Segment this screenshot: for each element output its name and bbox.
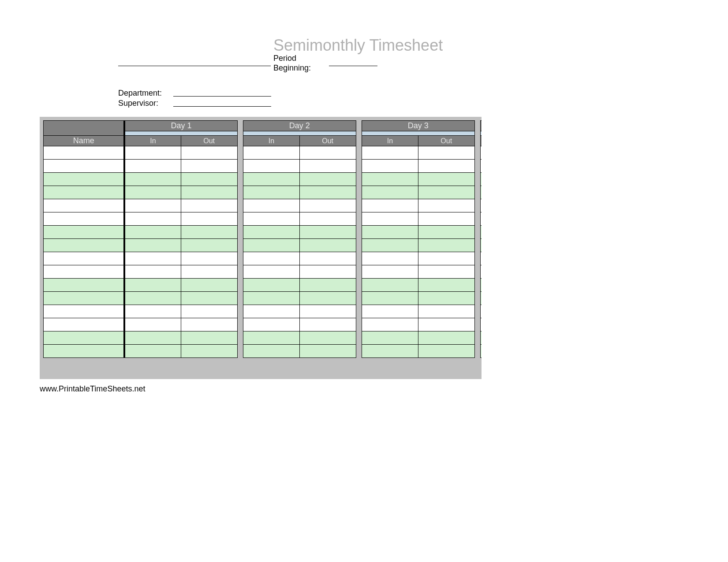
cell-in[interactable] [362, 173, 418, 186]
cell-in[interactable] [481, 345, 482, 358]
cell-out[interactable] [181, 331, 237, 345]
cell-out[interactable] [299, 331, 356, 345]
cell-in[interactable] [362, 160, 418, 173]
cell-in[interactable] [124, 305, 181, 318]
cell-name[interactable] [44, 265, 125, 279]
cell-name[interactable] [44, 226, 125, 239]
cell-in[interactable] [481, 199, 482, 212]
cell-in[interactable] [243, 212, 299, 226]
cell-out[interactable] [181, 318, 237, 331]
cell-in[interactable] [243, 331, 299, 345]
cell-out[interactable] [299, 212, 356, 226]
cell-out[interactable] [299, 305, 356, 318]
cell-in[interactable] [481, 160, 482, 173]
cell-out[interactable] [181, 199, 237, 212]
cell-out[interactable] [181, 212, 237, 226]
cell-out[interactable] [181, 345, 237, 358]
cell-in[interactable] [243, 186, 299, 199]
cell-in[interactable] [481, 173, 482, 186]
cell-in[interactable] [362, 318, 418, 331]
cell-out[interactable] [418, 212, 474, 226]
cell-name[interactable] [44, 212, 125, 226]
cell-name[interactable] [44, 146, 125, 160]
cell-in[interactable] [124, 186, 181, 199]
cell-in[interactable] [243, 239, 299, 252]
cell-in[interactable] [362, 226, 418, 239]
cell-in[interactable] [243, 252, 299, 265]
cell-in[interactable] [481, 305, 482, 318]
cell-out[interactable] [299, 160, 356, 173]
cell-in[interactable] [124, 226, 181, 239]
cell-out[interactable] [299, 199, 356, 212]
cell-in[interactable] [124, 345, 181, 358]
cell-in[interactable] [481, 226, 482, 239]
cell-in[interactable] [124, 199, 181, 212]
cell-in[interactable] [243, 305, 299, 318]
cell-out[interactable] [299, 186, 356, 199]
cell-in[interactable] [362, 331, 418, 345]
cell-out[interactable] [418, 252, 474, 265]
cell-out[interactable] [181, 146, 237, 160]
cell-in[interactable] [124, 265, 181, 279]
cell-in[interactable] [481, 279, 482, 292]
cell-name[interactable] [44, 186, 125, 199]
cell-out[interactable] [418, 239, 474, 252]
supervisor-underline[interactable] [173, 106, 271, 107]
cell-in[interactable] [243, 279, 299, 292]
cell-in[interactable] [481, 331, 482, 345]
cell-out[interactable] [181, 173, 237, 186]
cell-name[interactable] [44, 345, 125, 358]
cell-in[interactable] [124, 318, 181, 331]
cell-in[interactable] [124, 212, 181, 226]
cell-out[interactable] [418, 265, 474, 279]
cell-in[interactable] [243, 318, 299, 331]
cell-out[interactable] [418, 173, 474, 186]
cell-in[interactable] [362, 345, 418, 358]
cell-in[interactable] [124, 252, 181, 265]
cell-in[interactable] [243, 173, 299, 186]
cell-in[interactable] [243, 226, 299, 239]
cell-name[interactable] [44, 292, 125, 305]
cell-out[interactable] [418, 199, 474, 212]
cell-out[interactable] [299, 226, 356, 239]
cell-out[interactable] [299, 345, 356, 358]
cell-out[interactable] [181, 305, 237, 318]
cell-in[interactable] [243, 345, 299, 358]
cell-in[interactable] [481, 186, 482, 199]
cell-in[interactable] [124, 292, 181, 305]
cell-out[interactable] [418, 305, 474, 318]
cell-in[interactable] [362, 279, 418, 292]
cell-in[interactable] [362, 212, 418, 226]
cell-out[interactable] [418, 345, 474, 358]
cell-in[interactable] [362, 292, 418, 305]
cell-in[interactable] [124, 173, 181, 186]
cell-out[interactable] [299, 252, 356, 265]
cell-out[interactable] [181, 292, 237, 305]
cell-out[interactable] [418, 279, 474, 292]
cell-in[interactable] [481, 146, 482, 160]
cell-out[interactable] [181, 226, 237, 239]
cell-in[interactable] [362, 265, 418, 279]
cell-name[interactable] [44, 239, 125, 252]
cell-name[interactable] [44, 199, 125, 212]
cell-in[interactable] [481, 265, 482, 279]
cell-in[interactable] [362, 146, 418, 160]
cell-in[interactable] [481, 292, 482, 305]
cell-in[interactable] [124, 331, 181, 345]
cell-in[interactable] [124, 239, 181, 252]
cell-out[interactable] [299, 265, 356, 279]
cell-out[interactable] [181, 186, 237, 199]
cell-out[interactable] [299, 279, 356, 292]
cell-name[interactable] [44, 252, 125, 265]
cell-name[interactable] [44, 331, 125, 345]
cell-in[interactable] [243, 160, 299, 173]
cell-in[interactable] [124, 279, 181, 292]
cell-out[interactable] [418, 186, 474, 199]
cell-out[interactable] [181, 279, 237, 292]
cell-name[interactable] [44, 318, 125, 331]
cell-in[interactable] [362, 199, 418, 212]
cell-out[interactable] [299, 173, 356, 186]
cell-out[interactable] [418, 160, 474, 173]
cell-out[interactable] [299, 318, 356, 331]
cell-in[interactable] [362, 186, 418, 199]
